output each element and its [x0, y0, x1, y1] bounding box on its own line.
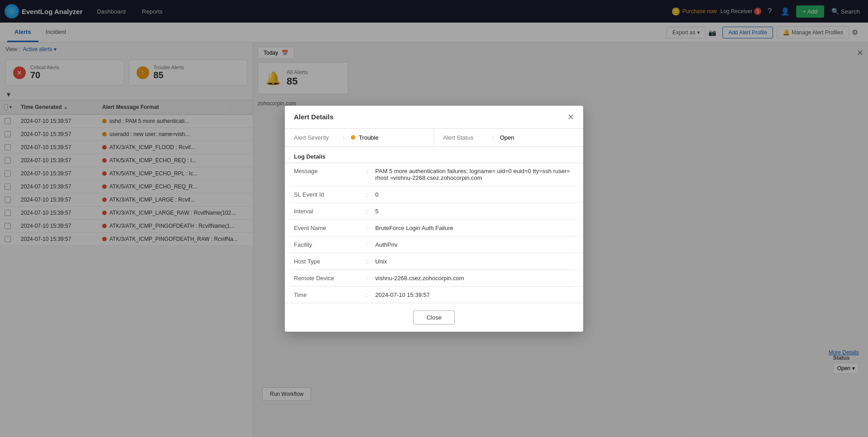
severity-status-row: Alert Severity : Trouble Alert Status : …: [285, 129, 583, 147]
log-value-0: PAM 5 more authentication failures; logn…: [375, 168, 574, 181]
log-key-0: Message: [294, 168, 366, 181]
log-field-0: Message : PAM 5 more authentication fail…: [285, 163, 583, 186]
log-value-4: AuthPriv: [375, 241, 574, 248]
log-value-1: 0: [375, 191, 574, 198]
modal-footer: Close: [285, 303, 583, 332]
log-key-2: Interval: [294, 208, 366, 215]
log-key-4: Facility: [294, 241, 366, 248]
alert-status-cell: Alert Status : Open: [434, 129, 583, 146]
log-value-5: Unix: [375, 258, 574, 265]
log-value-2: 5: [375, 208, 574, 215]
log-field-3: Event Name : BruteForce Login Auth Failu…: [285, 220, 583, 236]
modal-close-button[interactable]: ✕: [567, 112, 574, 122]
trouble-severity-dot: [351, 135, 355, 140]
alert-details-modal: Alert Details ✕ Alert Severity : Trouble…: [285, 106, 583, 332]
alert-status-label: Alert Status: [443, 134, 488, 141]
log-details-title: Log Details: [285, 147, 583, 163]
log-key-6: Remote Device: [294, 275, 366, 282]
log-field-2: Interval : 5: [285, 203, 583, 220]
log-field-4: Facility : AuthPriv: [285, 237, 583, 253]
log-colon-6: :: [366, 275, 375, 282]
log-rows-container: Message : PAM 5 more authentication fail…: [285, 163, 583, 303]
log-value-3: BruteForce Login Auth Failure: [375, 225, 574, 231]
log-colon-0: :: [366, 168, 375, 181]
log-colon-4: :: [366, 241, 375, 248]
log-key-7: Time: [294, 291, 366, 298]
log-colon-1: :: [366, 191, 375, 198]
alert-severity-cell: Alert Severity : Trouble: [285, 129, 434, 146]
log-colon-2: :: [366, 208, 375, 215]
modal-close-button-footer[interactable]: Close: [413, 310, 454, 324]
log-field-5: Host Type : Unix: [285, 254, 583, 270]
log-value-6: vishnu-2268.csez.zohocorpin.com: [375, 275, 574, 282]
alert-severity-label: Alert Severity: [294, 134, 339, 141]
modal-overlay[interactable]: Alert Details ✕ Alert Severity : Trouble…: [0, 0, 868, 437]
log-colon-3: :: [366, 225, 375, 231]
log-key-1: SL Event Id: [294, 191, 366, 198]
log-field-6: Remote Device : vishnu-2268.csez.zohocor…: [285, 270, 583, 287]
log-field-7: Time : 2024-07-10 15:39:57: [285, 287, 583, 303]
modal-title: Alert Details: [294, 113, 334, 121]
log-colon-5: :: [366, 258, 375, 265]
log-value-7: 2024-07-10 15:39:57: [375, 291, 574, 298]
severity-colon: :: [343, 134, 344, 141]
log-field-1: SL Event Id : 0: [285, 187, 583, 203]
log-colon-7: :: [366, 291, 375, 298]
log-key-3: Event Name: [294, 225, 366, 231]
status-colon: :: [492, 134, 494, 141]
status-value: Open: [500, 134, 514, 141]
log-key-5: Host Type: [294, 258, 366, 265]
severity-value: Trouble: [359, 134, 379, 141]
modal-header: Alert Details ✕: [285, 106, 583, 129]
